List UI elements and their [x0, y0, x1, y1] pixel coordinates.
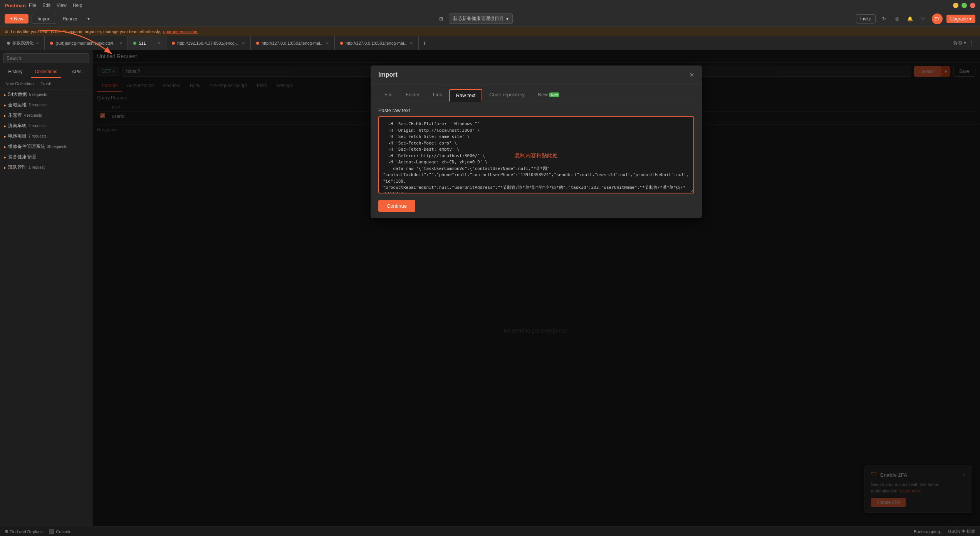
modal-tab-file[interactable]: File [378, 89, 399, 101]
collection-name-2: 乐嘉查 [8, 112, 22, 119]
warning-icon: ⚠ [5, 29, 8, 34]
collection-item-4[interactable]: ▸ 电池项目 7 requests [0, 131, 92, 141]
app-logo: Postman [5, 3, 26, 8]
tab-dot-0 [7, 42, 10, 45]
collection-name-7: 班队管理 [8, 164, 27, 171]
tab-label-0: 参数实例化 [12, 40, 34, 46]
grid-icon[interactable]: ⊞ [436, 14, 446, 24]
collection-count-2: 4 requests [24, 113, 42, 118]
tab-close-3[interactable]: × [242, 40, 245, 46]
new-collection-button[interactable]: New Collection [3, 81, 36, 87]
tab-0[interactable]: 参数实例化 × [2, 36, 45, 50]
collections-list: ▸ 54大数据 5 requests ▸ 全域运维 3 requests ▸ 乐… [0, 89, 92, 526]
folder-icon-1: ▸ [4, 102, 6, 108]
tab-5[interactable]: http://127.0.0.1:8501/jencg-mai... × [335, 36, 419, 50]
paste-textarea[interactable] [378, 116, 694, 193]
new-button[interactable]: + New [5, 14, 29, 24]
maximize-button[interactable] [962, 3, 967, 8]
collection-count-5: 30 requests [47, 145, 67, 149]
console-icon: ⬛ [49, 529, 54, 534]
sync-icon[interactable]: ↻ [879, 14, 889, 24]
tab-bar-more[interactable]: ⋮ [969, 40, 974, 46]
toolbar-center: ⊞ 新芯新备健康管理项目目 ▾ [96, 13, 853, 24]
sidebar-tab-apis[interactable]: APIs [61, 66, 92, 78]
titlebar: Postman File Edit View Help [0, 0, 980, 11]
folder-icon-4: ▸ [4, 134, 6, 139]
menu-view[interactable]: View [57, 3, 67, 8]
paste-area-container: 复制内容粘贴此处 [378, 116, 694, 195]
search-input[interactable] [3, 53, 89, 63]
paste-raw-label: Paste raw text [378, 108, 694, 113]
tab-1[interactable]: {(url)}jencg-maintain/sys/dicts/t... × [45, 36, 128, 50]
collection-item-2[interactable]: ▸ 乐嘉查 4 requests [0, 110, 92, 121]
tab-close-0[interactable]: × [36, 40, 39, 46]
modal-tab-folder[interactable]: Folder [399, 89, 426, 101]
tab-4[interactable]: http://127.0.0.1:8501/jencg-mai... × [251, 36, 335, 50]
trash-button[interactable]: Trash [38, 81, 54, 87]
avatar[interactable]: ZY [932, 13, 943, 24]
modal-body: Paste raw text 复制内容粘贴此处 Continue [371, 101, 702, 218]
collection-item-3[interactable]: ▸ 济南车辆 4 requests [0, 121, 92, 131]
sidebar-tabs: History Collections APIs [0, 66, 92, 78]
heart-icon[interactable]: ♡ [919, 14, 928, 24]
tab-dot-1 [50, 42, 53, 45]
notification-icon[interactable]: 🔔 [906, 14, 915, 24]
collection-count-1: 3 requests [29, 103, 47, 107]
project-selector[interactable]: 新芯新备健康管理项目目 ▾ [449, 13, 513, 24]
runner-button[interactable]: Runner [59, 15, 81, 23]
collection-item-6[interactable]: ▸ 装备健康管理 [0, 152, 92, 162]
sidebar-tab-collections[interactable]: Collections [31, 66, 62, 78]
collection-item-7[interactable]: ▸ 班队管理 1 request [0, 162, 92, 173]
close-button[interactable] [970, 3, 975, 8]
satellite-icon[interactable]: ◎ [893, 14, 902, 24]
upgrade-button[interactable]: Upgrade ▾ [946, 15, 975, 23]
tab-dot-3 [172, 42, 175, 45]
sidebar: History Collections APIs New Collection … [0, 50, 92, 526]
status-right: Bootstrapping... GSDN 中 版本 [914, 529, 975, 534]
console-item[interactable]: ⬛ Console [49, 529, 71, 534]
bottom-bar: ⊞ Find and Replace ⬛ Console Bootstrappi… [0, 526, 980, 536]
import-modal: Import × File Folder Link Raw text Code … [371, 66, 702, 218]
continue-button[interactable]: Continue [378, 200, 415, 212]
tab-close-5[interactable]: × [410, 40, 413, 46]
menu-edit[interactable]: Edit [42, 3, 50, 8]
content-area: Untitled Request GET ▾ Send ▾ Save Param… [92, 50, 980, 526]
modal-tab-new[interactable]: New New [532, 89, 566, 101]
tab-close-4[interactable]: × [326, 40, 329, 46]
collection-item-0[interactable]: ▸ 54大数据 5 requests [0, 89, 92, 100]
minimize-button[interactable] [953, 3, 958, 8]
warning-link[interactable]: upgrade your plan. [163, 29, 198, 34]
collection-item-5[interactable]: ▸ 维修备件管理系统 30 requests [0, 141, 92, 152]
collection-count-0: 5 requests [29, 92, 47, 97]
titlebar-left: Postman File Edit View Help [5, 3, 82, 8]
menu-file[interactable]: File [29, 3, 36, 8]
toolbar-right: Invite ↻ ◎ 🔔 ♡ ZY Upgrade ▾ [856, 13, 975, 24]
tab-2[interactable]: 511 × [128, 36, 166, 50]
project-name: 新芯新备健康管理项目目 [453, 15, 504, 22]
more-options-icon[interactable]: ▾ [84, 14, 93, 24]
collection-count-3: 4 requests [29, 124, 47, 128]
import-button[interactable]: Import [32, 14, 56, 24]
tab-close-1[interactable]: × [119, 40, 122, 46]
modal-tab-coderepo[interactable]: Code repository [483, 89, 531, 101]
modal-tab-rawtext[interactable]: Raw text [449, 89, 483, 102]
modal-close-button[interactable]: × [690, 71, 694, 79]
bootstrapper-text: Bootstrapping... [914, 529, 943, 534]
collection-name-3: 济南车辆 [8, 123, 27, 129]
find-replace-item[interactable]: ⊞ Find and Replace [5, 529, 43, 534]
collection-name-4: 电池项目 [8, 133, 27, 139]
sidebar-tab-history[interactable]: History [0, 66, 31, 78]
tab-3[interactable]: http://192.168.4.37:8501/jencg-... × [166, 36, 251, 50]
menu-help[interactable]: Help [73, 3, 82, 8]
invite-button[interactable]: Invite [856, 14, 876, 24]
find-replace-label: Find and Replace [10, 529, 43, 534]
modal-tab-link[interactable]: Link [427, 89, 448, 101]
new-tab-button[interactable]: + [419, 40, 430, 47]
version-text: GSDN 中 版本 [948, 529, 975, 534]
tab-label-4: http://127.0.0.1:8501/jencg-mai... [262, 41, 324, 45]
collection-name-5: 维修备件管理系统 [8, 143, 45, 150]
modal-tabs: File Folder Link Raw text Code repositor… [371, 84, 702, 101]
tab-dot-4 [256, 42, 259, 45]
collection-item-1[interactable]: ▸ 全域运维 3 requests [0, 100, 92, 110]
tab-close-2[interactable]: × [158, 40, 161, 46]
